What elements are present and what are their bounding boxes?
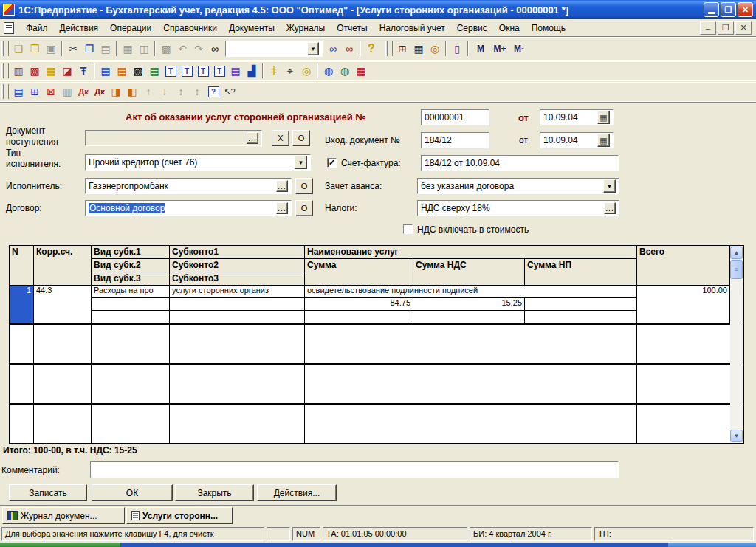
save-icon[interactable]: ▣	[43, 41, 59, 57]
sub3-cell[interactable]	[170, 311, 305, 323]
find-icon[interactable]: ∞	[207, 41, 223, 57]
dogovor-ellipsis-button[interactable]: ...	[276, 202, 288, 214]
properties-icon[interactable]: ▩	[158, 41, 174, 57]
search-dropdown-arrow[interactable]: ▼	[307, 42, 319, 55]
find-next-icon[interactable]: ∞	[325, 41, 341, 57]
calendar-26-icon[interactable]: ▦	[353, 63, 369, 79]
restore-button[interactable]: ❐	[721, 2, 736, 17]
doc-postup-field[interactable]: ...	[85, 130, 262, 146]
toolbar-grip[interactable]	[7, 84, 9, 99]
menu-help[interactable]: Помощь	[526, 21, 571, 35]
doc-number-field[interactable]: 00000001	[421, 109, 489, 125]
sort-desc-icon[interactable]: ↕	[189, 83, 205, 100]
chess-report-icon[interactable]: ▩	[130, 63, 146, 79]
col-header-vid1[interactable]: Вид субк.1	[92, 246, 170, 259]
summa-nds-cell[interactable]: 15.25	[413, 298, 525, 311]
cube-icon[interactable]: ▩	[27, 63, 43, 79]
menu-windows[interactable]: Окна	[493, 21, 526, 35]
move-down-icon[interactable]: ↓	[157, 83, 173, 100]
windows-taskbar[interactable]	[0, 543, 756, 547]
value-out-icon[interactable]: ◧	[124, 83, 140, 100]
korr-cell[interactable]: 44.3	[34, 286, 92, 323]
menu-operations[interactable]: Операции	[104, 21, 157, 35]
menu-file[interactable]: Файл	[20, 21, 54, 35]
toolbar-grip[interactable]	[391, 41, 393, 56]
close-form-button[interactable]: Закрыть	[175, 484, 254, 501]
col-header-sub3[interactable]: Субконто3	[170, 272, 305, 286]
t-letter-icon[interactable]: Ŧ	[75, 63, 92, 79]
total-cell[interactable]: 100.00	[637, 286, 730, 323]
col-header-vid2[interactable]: Вид субк.2	[92, 259, 170, 272]
schet-faktura-field[interactable]: 184/12 от 10.09.04	[421, 155, 619, 171]
tip-combobox[interactable]: Прочий кредитор (счет 76) ▼	[85, 154, 311, 171]
schet-faktura-checkbox[interactable]: ✓	[327, 158, 337, 168]
col-header-vid3[interactable]: Вид субк.3	[92, 272, 170, 286]
doc-date-field[interactable]: 10.09.04 ▦	[540, 109, 614, 125]
mdi-document-icon[interactable]	[4, 22, 14, 34]
menu-tax[interactable]: Налоговый учет	[374, 21, 451, 35]
tab-journal[interactable]: Журнал докумен...	[2, 507, 125, 524]
col-header-total[interactable]: Всего	[637, 246, 730, 286]
table-empty-row[interactable]	[10, 325, 743, 365]
table-calc-icon[interactable]: ◎	[427, 41, 443, 57]
delete-row-icon[interactable]: ⊠	[43, 83, 59, 100]
ok-button[interactable]: ОК	[92, 484, 173, 501]
mdi-close-button[interactable]: ✕	[735, 21, 752, 35]
insert-row-icon[interactable]: ▤	[10, 83, 27, 100]
new-document-icon[interactable]: ❏	[10, 41, 27, 57]
col-header-summa[interactable]: Сумма	[305, 259, 413, 286]
col-header-summa-np[interactable]: Сумма НП	[525, 259, 637, 286]
t-doc2-icon[interactable]: Т	[179, 63, 195, 79]
menu-service[interactable]: Сервис	[451, 21, 493, 35]
col-header-sub2[interactable]: Субконто2	[170, 259, 305, 272]
doc-postup-clear-button[interactable]: X	[272, 130, 289, 146]
vid3-cell[interactable]	[92, 311, 170, 323]
zachet-dropdown-arrow[interactable]: ▼	[603, 179, 616, 193]
incoming-date-field[interactable]: 10.09.04 ▦	[540, 132, 614, 148]
what-is-this-icon[interactable]: ↖?	[221, 83, 238, 100]
ispolnitel-field[interactable]: Газэнергопромбанк ...	[85, 178, 292, 194]
dtkt-icon[interactable]: Дк	[92, 83, 108, 100]
redo-icon[interactable]: ↷	[190, 41, 207, 57]
dogovor-field[interactable]: Основной договор ...	[85, 200, 292, 216]
cd-icon[interactable]: ◎	[298, 63, 315, 79]
doc-postup-ellipsis-button[interactable]: ...	[247, 132, 258, 144]
nalogi-ellipsis-button[interactable]: ...	[604, 202, 616, 214]
mark-docs-icon[interactable]: ◪	[59, 63, 75, 79]
menu-journals[interactable]: Журналы	[281, 21, 331, 35]
toolbar-grip[interactable]	[1, 41, 4, 56]
t-doc1-icon[interactable]: Т	[162, 63, 179, 79]
find-prev-icon[interactable]: ∞	[341, 41, 357, 57]
menu-actions[interactable]: Действия	[54, 21, 105, 35]
chart-icon[interactable]: ▟	[244, 63, 260, 79]
open-icon[interactable]: ❒	[27, 41, 43, 57]
memory-plus-button[interactable]: M+	[490, 41, 509, 57]
vertical-scrollbar[interactable]: ▲ ≡ ▼	[730, 247, 743, 442]
calculator-icon[interactable]: ⊞	[394, 41, 410, 57]
row-number-cell[interactable]: 1	[10, 286, 34, 323]
col-header-korr[interactable]: Корр.сч.	[34, 246, 92, 286]
memory-minus-button[interactable]: M-	[509, 41, 529, 57]
zachet-combobox[interactable]: без указания договора ▼	[417, 178, 619, 194]
close-button[interactable]: ✕	[738, 2, 753, 17]
status-tp[interactable]: ТП:	[594, 527, 754, 541]
globe-bird-icon[interactable]: ◍	[320, 63, 337, 79]
sort-asc-icon[interactable]: ↕	[173, 83, 189, 100]
calendar-icon[interactable]: ▦	[410, 41, 427, 57]
toolbar-grip[interactable]	[1, 63, 4, 78]
scroll-thumb[interactable]: ≡	[730, 260, 743, 279]
table-row[interactable]: 1 44.3 Расходы на про услуги сторонних о…	[10, 286, 743, 325]
print-preview-icon[interactable]: ◫	[136, 41, 152, 57]
tab-current-document[interactable]: Услуги сторонн...	[126, 507, 233, 524]
journal-icon[interactable]: ▤	[114, 63, 130, 79]
summa-cell[interactable]: 84.75	[305, 298, 413, 311]
vid2-cell[interactable]	[92, 298, 170, 311]
dogovor-open-button[interactable]: О	[295, 200, 313, 216]
menu-references[interactable]: Справочники	[157, 21, 223, 35]
menu-reports[interactable]: Отчеты	[331, 21, 373, 35]
scroll-up-button[interactable]: ▲	[730, 247, 743, 259]
ispolnitel-open-button[interactable]: О	[295, 178, 313, 194]
list2-icon[interactable]: ▤	[146, 63, 162, 79]
references-icon[interactable]: ▦	[43, 63, 59, 79]
toolbar-grip[interactable]	[385, 41, 388, 56]
